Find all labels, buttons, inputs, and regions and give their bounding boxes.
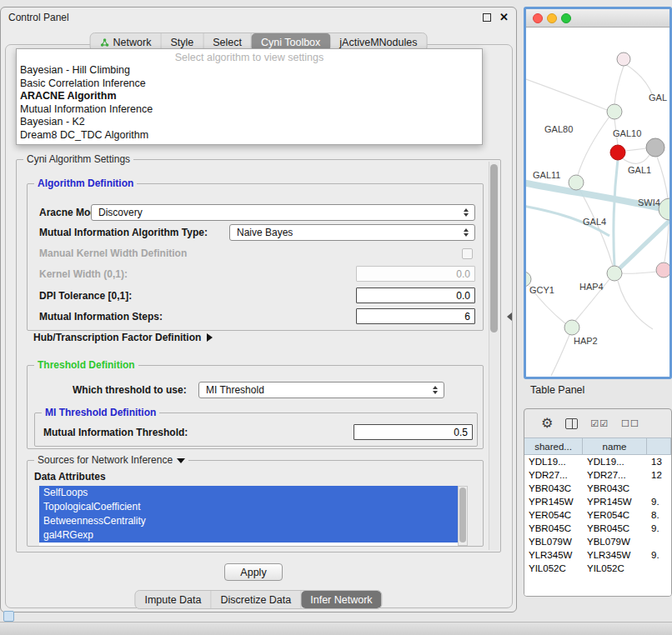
settings-group-title: Cyni Algorithm Settings <box>23 153 133 165</box>
table-row[interactable]: YPR145WYPR145W9. <box>524 495 671 508</box>
minimize-traffic-light[interactable] <box>547 13 557 23</box>
dpi-tolerance-field[interactable] <box>356 288 475 303</box>
aracne-mode-combo[interactable]: Discovery <box>91 204 475 221</box>
cell: YDR27... <box>524 468 583 482</box>
bottom-dock-bar[interactable] <box>0 622 672 635</box>
node-label: GAL <box>649 92 667 102</box>
network-node[interactable] <box>564 320 579 335</box>
popup-placeholder[interactable]: Select algorithm to view settings <box>17 51 482 64</box>
cyni-bottom-tabs: Impute Data Discretize Data Infer Networ… <box>134 590 382 609</box>
algorithm-option[interactable]: Dream8 DC_TDC Algorithm <box>17 129 482 142</box>
close-traffic-light[interactable] <box>533 13 543 23</box>
cell: 9. <box>647 495 671 508</box>
cell: YPR145W <box>524 495 583 508</box>
table-panel-title: Table Panel <box>530 384 584 396</box>
network-node[interactable] <box>617 52 630 66</box>
attribute-item-selected[interactable]: TopologicalCoefficient <box>39 500 458 514</box>
data-attributes-list: SelfLoops TopologicalCoefficient Between… <box>39 486 458 546</box>
cell: YER054C <box>524 508 583 522</box>
zoom-traffic-light[interactable] <box>561 13 571 23</box>
algorithm-option-selected[interactable]: ARACNE Algorithm <box>17 90 482 103</box>
network-node-pink[interactable] <box>656 262 669 278</box>
network-view-window: GAL GAL80 GAL10 GAL11 GAL1 SWI4 GAL4 GCY… <box>524 7 672 379</box>
network-node[interactable] <box>569 175 584 190</box>
mi-steps-field[interactable] <box>356 308 475 324</box>
cell <box>647 535 671 548</box>
attributes-scrollbar[interactable] <box>458 486 468 546</box>
table-row[interactable]: YDL19...YDL19...13 <box>524 455 671 468</box>
tab-discretize-data[interactable]: Discretize Data <box>212 591 302 608</box>
mi-threshold-field[interactable] <box>354 424 473 440</box>
network-canvas[interactable]: GAL GAL80 GAL10 GAL11 GAL1 SWI4 GAL4 GCY… <box>526 28 669 377</box>
cell: YDL19... <box>583 455 647 468</box>
cell <box>647 562 671 575</box>
kernel-width-field[interactable] <box>356 266 475 282</box>
algorithm-option[interactable]: Bayesian - Hill Climbing <box>17 64 482 78</box>
settings-scrollbar-thumb[interactable] <box>490 164 498 332</box>
attributes-scrollbar-thumb[interactable] <box>459 488 466 542</box>
close-window-icon[interactable]: ✕ <box>499 11 509 23</box>
table-row[interactable]: YLR345WYLR345W9. <box>524 548 671 562</box>
apply-button[interactable]: Apply <box>224 563 283 581</box>
cell: YBR045C <box>524 522 583 535</box>
collapse-down-arrow-icon[interactable] <box>177 458 185 463</box>
table-row[interactable]: YER054CYER054C8. <box>524 508 671 522</box>
table-row[interactable]: YBR045CYBR045C9. <box>524 522 671 535</box>
panel-collapse-arrow-icon[interactable] <box>507 312 512 321</box>
tab-discretize-data-label: Discretize Data <box>221 594 292 606</box>
mi-type-combo[interactable]: Naive Bayes <box>229 224 475 241</box>
column-header-name[interactable]: name <box>583 438 647 454</box>
network-window-titlebar[interactable] <box>526 9 669 28</box>
tab-infer-network[interactable]: Infer Network <box>301 591 381 608</box>
table-row[interactable]: YBL079WYBL079W <box>524 535 671 548</box>
expand-right-arrow-icon[interactable] <box>207 333 213 342</box>
select-all-icon[interactable]: ☑☑ <box>590 418 609 429</box>
tab-select-label: Select <box>213 37 242 48</box>
cell: 9. <box>647 548 671 562</box>
attribute-item-selected[interactable]: BetweennessCentrality <box>39 514 458 528</box>
cell: YIL052C <box>583 562 647 575</box>
tab-cyni-toolbox-label: Cyni Toolbox <box>261 37 320 48</box>
which-threshold-combo[interactable]: MI Threshold <box>198 382 444 398</box>
attribute-item-selected[interactable]: SelfLoops <box>39 486 458 500</box>
cell: YER054C <box>583 508 647 522</box>
minimized-panel-icon[interactable] <box>3 611 14 622</box>
columns-icon[interactable] <box>565 418 578 429</box>
which-threshold-value: MI Threshold <box>199 384 429 396</box>
tab-impute-data[interactable]: Impute Data <box>135 591 211 608</box>
network-node-gray[interactable] <box>646 138 664 157</box>
float-window-icon[interactable] <box>483 13 491 22</box>
column-header-shared-name[interactable]: shared... <box>524 438 583 454</box>
gear-icon[interactable]: ⚙ <box>541 417 553 430</box>
network-node[interactable] <box>607 104 622 119</box>
algorithm-option[interactable]: Bayesian - K2 <box>17 116 482 129</box>
table-row[interactable]: YIL052CYIL052C <box>524 562 671 575</box>
dpi-tolerance-label: DPI Tolerance [0,1]: <box>39 290 132 302</box>
cell: YLR345W <box>583 548 647 562</box>
mi-type-label: Mutual Information Algorithm Type: <box>39 227 208 238</box>
combo-arrows-icon <box>460 228 472 237</box>
hub-definition-section[interactable]: Hub/Transcription Factor Definition <box>33 332 213 343</box>
network-node-labels: GAL GAL80 GAL10 GAL11 GAL1 SWI4 GAL4 GCY… <box>529 92 667 346</box>
algorithm-option[interactable]: Mutual Information Inference <box>17 103 482 117</box>
node-label: GAL10 <box>613 128 641 138</box>
table-row[interactable]: YDR27...YDR27...12 <box>524 468 671 482</box>
settings-scrollbar[interactable] <box>489 162 499 550</box>
network-node-red[interactable] <box>610 145 625 160</box>
table-header-row: shared... name <box>524 438 671 455</box>
attribute-item-selected[interactable]: gal4RGexp <box>39 528 458 542</box>
column-header-partial[interactable] <box>647 438 671 454</box>
combo-arrows-icon <box>429 386 441 394</box>
which-threshold-label: Which threshold to use: <box>73 384 187 396</box>
node-label: GAL11 <box>533 170 560 180</box>
network-graph: GAL GAL80 GAL10 GAL11 GAL1 SWI4 GAL4 GCY… <box>526 28 669 377</box>
algorithm-option[interactable]: Basic Correlation Inference <box>17 78 482 91</box>
cell: YIL052C <box>524 562 583 575</box>
table-row[interactable]: YBR043CYBR043C <box>524 482 671 495</box>
deselect-all-icon[interactable]: ☐☐ <box>621 418 639 429</box>
network-node[interactable] <box>607 266 622 281</box>
manual-kernel-checkbox[interactable] <box>462 248 473 259</box>
manual-kernel-label: Manual Kernel Width Definition <box>39 248 187 259</box>
cyni-algorithm-settings-group: Cyni Algorithm Settings Algorithm Defini… <box>16 159 501 552</box>
network-node[interactable] <box>659 198 669 220</box>
